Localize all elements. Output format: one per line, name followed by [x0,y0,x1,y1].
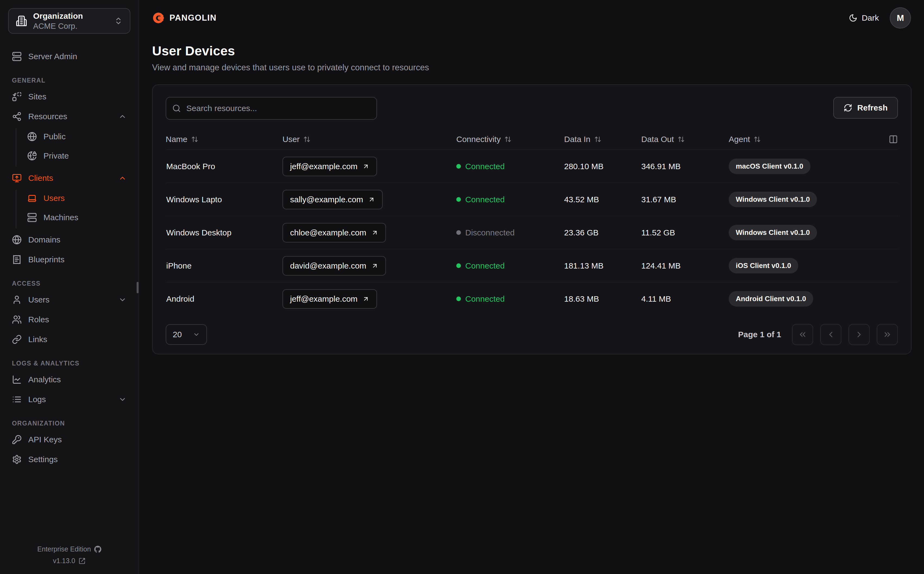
sidebar-item-analytics[interactable]: Analytics [8,371,130,388]
header-data-in[interactable]: Data In [564,135,641,144]
theme-toggle[interactable]: Dark [849,13,879,22]
user-link-button[interactable]: sally@example.com [282,190,383,209]
monitor-up-icon [12,173,22,183]
page-size-select[interactable]: 20 [166,324,207,345]
card-toolbar: Refresh [166,97,898,120]
header-name[interactable]: Name [166,135,282,144]
sidebar-item-label: Links [28,335,47,344]
brand[interactable]: PANGOLIN [152,12,216,24]
sidebar-item-domains[interactable]: Domains [8,231,130,248]
sidebar-item-client-users[interactable]: Users [24,190,130,207]
sidebar-item-logs[interactable]: Logs [8,391,130,408]
sidebar-item-links[interactable]: Links [8,331,130,348]
chart-line-icon [12,375,22,385]
table-row: iPhone david@example.com Connected 181.1… [166,249,898,282]
sidebar-item-clients[interactable]: Clients [8,169,130,187]
refresh-icon [844,104,852,112]
status-dot [456,197,461,202]
sidebar-item-label: Users [43,194,65,203]
columns-icon[interactable] [889,135,898,144]
device-name: Windows Desktop [166,228,282,237]
header-user[interactable]: User [282,135,456,144]
sidebar: Organization ACME Corp. Server Admin GEN… [0,0,139,574]
arrow-up-right-icon [371,229,378,236]
external-link-icon[interactable] [79,557,85,565]
search-wrap [166,97,377,120]
sidebar-item-label: API Keys [28,435,61,444]
sidebar-item-label: Server Admin [28,52,77,61]
search-input[interactable] [166,97,377,120]
chevron-up-icon [118,112,126,121]
connectivity-status: Connected [456,294,564,304]
device-name: Windows Lapto [166,195,282,204]
globe-lock-icon [27,151,37,161]
data-out-value: 31.67 MB [641,195,729,204]
page-title: User Devices [152,43,911,58]
data-in-value: 280.10 MB [564,162,641,171]
sidebar-item-label: Public [43,132,66,141]
sidebar-item-label: Resources [28,112,67,121]
header-data-out[interactable]: Data Out [641,135,729,144]
sidebar-item-blueprints[interactable]: Blueprints [8,251,130,268]
sidebar-item-sites[interactable]: Sites [8,88,130,106]
agent-badge: iOS Client v0.1.0 [729,258,798,273]
list-icon [12,394,22,404]
sort-icon [191,136,198,143]
data-out-value: 11.52 GB [641,228,729,237]
last-page-button[interactable] [877,324,898,345]
sidebar-item-api-keys[interactable]: API Keys [8,431,130,448]
next-page-button[interactable] [848,324,870,345]
user-link-button[interactable]: david@example.com [282,256,386,276]
user-icon [12,295,22,304]
avatar-initial: M [897,13,904,23]
sidebar-item-label: Settings [28,455,58,464]
prev-page-button[interactable] [820,324,841,345]
sidebar-footer: Enterprise Edition v1.13.0 [8,541,130,565]
moon-icon [849,14,858,22]
data-out-value: 124.41 MB [641,261,729,270]
sidebar-item-private[interactable]: Private [24,147,130,164]
brand-name: PANGOLIN [169,13,216,23]
chevron-down-icon [118,296,126,304]
sidebar-scrollbar-thumb[interactable] [137,282,139,293]
chevron-down-icon [193,331,200,338]
user-link-button[interactable]: jeff@example.com [282,289,377,309]
sidebar-item-resources[interactable]: Resources [8,108,130,125]
header-agent[interactable]: Agent [729,135,881,144]
chevron-up-icon [118,174,126,182]
org-switcher[interactable]: Organization ACME Corp. [8,8,130,34]
resources-share-icon [12,112,22,121]
sidebar-item-settings[interactable]: Settings [8,451,130,468]
header-connectivity[interactable]: Connectivity [456,135,564,144]
sidebar-item-access-users[interactable]: Users [8,291,130,309]
sidebar-item-public[interactable]: Public [24,128,130,145]
user-link-button[interactable]: chloe@example.com [282,223,386,243]
table-row: Windows Desktop chloe@example.com Discon… [166,216,898,249]
sidebar-item-roles[interactable]: Roles [8,311,130,328]
agent-badge: macOS Client v0.1.0 [729,159,810,174]
sidebar-item-label: Users [28,295,49,304]
github-icon[interactable] [94,546,101,553]
pager: Page 1 of 1 [738,324,898,345]
sidebar-item-machines[interactable]: Machines [24,209,130,226]
version-label[interactable]: v1.13.0 [53,557,75,565]
refresh-button[interactable]: Refresh [833,97,898,119]
connectivity-status: Disconnected [456,228,564,237]
sites-icon [12,92,22,101]
globe-icon [27,132,37,142]
section-title-general: GENERAL [12,77,130,84]
arrow-up-right-icon [362,295,369,303]
pagination: 20 Page 1 of 1 [166,324,898,345]
device-name: Android [166,294,282,304]
sidebar-item-label: Analytics [28,375,61,384]
sort-icon [678,136,685,143]
sidebar-item-server-admin[interactable]: Server Admin [8,48,130,65]
user-link-button[interactable]: jeff@example.com [282,157,377,176]
first-page-button[interactable] [792,324,813,345]
status-dot [456,230,461,235]
avatar[interactable]: M [890,7,911,28]
section-title-access: ACCESS [12,280,130,287]
status-dot [456,263,461,268]
laptop-icon [27,193,37,203]
page-info: Page 1 of 1 [738,330,781,339]
